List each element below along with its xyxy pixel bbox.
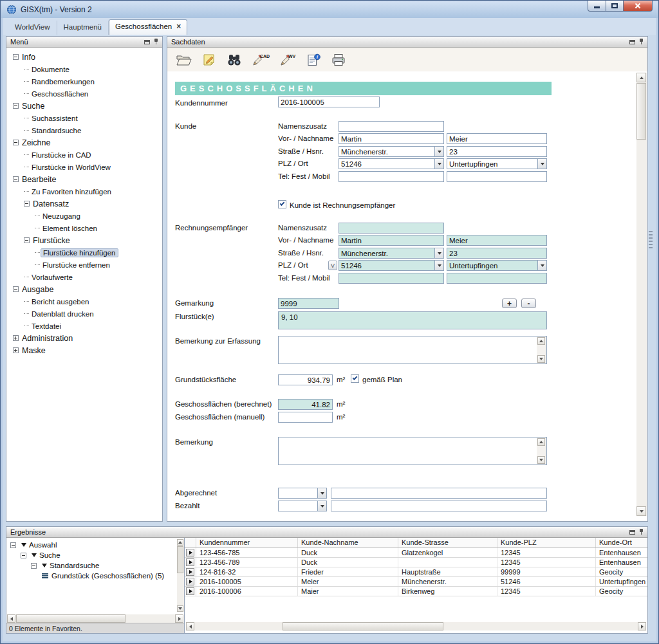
undock-icon[interactable]	[144, 40, 150, 44]
rechnung-hsnr-input[interactable]	[447, 248, 547, 259]
collapse-icon[interactable]	[13, 54, 19, 60]
vertical-scrollbar[interactable]	[636, 73, 647, 516]
pin-icon[interactable]	[638, 529, 644, 535]
results-tree-item-grundstueck[interactable]: Grundstück (Geschossflächen) (5)	[6, 571, 184, 581]
header-kunde-ort[interactable]: Kunde-Ort	[596, 538, 647, 547]
scroll-right-button[interactable]	[175, 614, 183, 623]
textarea-scrollbar[interactable]	[537, 437, 546, 465]
menu-item-info[interactable]: Info	[6, 51, 162, 63]
rechnung-ort-input[interactable]	[447, 260, 547, 271]
tab-worldview[interactable]: WorldView	[8, 21, 57, 35]
scroll-up-button[interactable]	[537, 337, 545, 345]
menu-item-element-loeschen[interactable]: Element löschen	[6, 222, 162, 234]
table-row[interactable]: 123-456-789 Duck 12345 Entenhausen	[185, 558, 647, 567]
menu-item-flurstuecke-in-worldview[interactable]: Flurstücke in WorldView	[6, 161, 162, 173]
open-folder-icon[interactable]	[175, 52, 193, 68]
menu-item-dokumente[interactable]: Dokumente	[6, 63, 162, 75]
scrollbar-thumb[interactable]	[283, 622, 443, 630]
kunde-strasse-dropdown-button[interactable]	[434, 146, 444, 157]
scroll-up-button[interactable]	[636, 73, 646, 82]
draw-cad-icon[interactable]: CAD	[250, 52, 271, 68]
gemarkung-input[interactable]	[278, 298, 339, 309]
menu-item-datenblatt-drucken[interactable]: Datenblatt drucken	[6, 308, 162, 320]
menu-item-flurstuecke[interactable]: Flurstücke	[6, 234, 162, 246]
bezahlt-input[interactable]	[331, 501, 547, 511]
collapse-icon[interactable]	[21, 553, 26, 558]
row-select-button[interactable]	[186, 587, 194, 595]
bezahlt-dropdown-button[interactable]	[317, 501, 327, 511]
results-tree-item-auswahl[interactable]: Auswahl	[6, 540, 184, 550]
menu-item-bearbeite[interactable]: Bearbeite	[6, 173, 162, 185]
textarea-scrollbar[interactable]	[537, 336, 546, 363]
menu-item-geschossflaechen[interactable]: Geschossflächen	[6, 87, 162, 100]
kunde-hsnr-input[interactable]	[447, 146, 547, 157]
maximize-button[interactable]	[606, 1, 624, 12]
tab-close-icon[interactable]: ×	[176, 23, 181, 30]
close-button[interactable]	[624, 1, 653, 12]
rechnungsempfaenger-checkbox[interactable]	[278, 200, 286, 208]
gf-manuell-input[interactable]	[278, 412, 333, 423]
pin-icon[interactable]	[153, 39, 159, 45]
menu-item-standardsuche[interactable]: Standardsuche	[6, 124, 162, 136]
scroll-down-button[interactable]	[177, 605, 183, 612]
menu-item-randbemerkungen[interactable]: Randbemerkungen	[6, 75, 162, 87]
abgerechnet-dropdown-button[interactable]	[317, 488, 327, 499]
header-kunde-plz[interactable]: Kunde-PLZ	[497, 538, 596, 547]
row-select-button[interactable]	[186, 558, 194, 566]
scroll-up-button[interactable]	[177, 539, 183, 546]
minimize-button[interactable]	[588, 1, 606, 12]
menu-item-flurstuecke-hinzufuegen[interactable]: Flurstücke hinzufügen	[6, 246, 162, 259]
expand-icon[interactable]	[13, 335, 19, 341]
datasheet-info-icon[interactable]: i	[304, 52, 322, 68]
plz-lookup-button[interactable]: V	[328, 261, 337, 270]
rechnung-vorname-input[interactable]	[339, 235, 444, 246]
rechnung-strasse-input[interactable]	[339, 248, 444, 259]
rechnung-ort-dropdown-button[interactable]	[537, 260, 547, 271]
scroll-right-button[interactable]	[638, 622, 646, 630]
gf-berechnet-input[interactable]	[278, 399, 333, 410]
menu-item-vorlaufwerte[interactable]: Vorlaufwerte	[6, 271, 162, 283]
menu-item-suche[interactable]: Suche	[6, 100, 162, 112]
abgerechnet-input[interactable]	[331, 488, 547, 499]
draw-worldview-icon[interactable]: WV	[278, 52, 297, 68]
results-table-hscrollbar[interactable]	[186, 622, 646, 630]
row-select-button[interactable]	[186, 578, 194, 585]
tab-geschossflaechen[interactable]: Geschossflächen ×	[109, 19, 187, 35]
tab-hauptmenu[interactable]: Hauptmenü	[57, 21, 109, 35]
header-kundennummer[interactable]: Kundennummer	[196, 538, 298, 547]
menu-item-administration[interactable]: Administration	[6, 332, 162, 344]
collapse-icon[interactable]	[13, 103, 19, 109]
menu-item-textdatei[interactable]: Textdatei	[6, 320, 162, 332]
titlebar[interactable]: GISX(tm) - Version 2	[1, 1, 658, 18]
menu-item-datensatz[interactable]: Datensatz	[6, 198, 162, 210]
menu-item-zeichne[interactable]: Zeichne	[6, 136, 162, 149]
row-select-button[interactable]	[186, 568, 194, 576]
collapse-icon[interactable]	[24, 201, 30, 207]
row-select-button[interactable]	[186, 549, 194, 557]
search-binoculars-icon[interactable]	[225, 52, 243, 68]
menu-item-zu-favoriten-hinzufuegen[interactable]: Zu Favoriten hinzufügen	[6, 185, 162, 198]
note-icon[interactable]	[200, 52, 218, 68]
table-row[interactable]: 123-456-785 Duck Glatzenkogel 12345 Ente…	[185, 548, 647, 558]
header-kunde-nachname[interactable]: Kunde-Nachname	[298, 538, 398, 547]
menu-item-flurstuecke-entfernen[interactable]: Flurstücke entfernen	[6, 259, 162, 271]
menu-item-ausgabe[interactable]: Ausgabe	[6, 283, 162, 295]
expand-icon[interactable]	[13, 347, 19, 353]
kunde-vorname-input[interactable]	[339, 133, 444, 144]
kunde-tel-fest-input[interactable]	[339, 171, 444, 182]
kunde-nachname-input[interactable]	[447, 133, 547, 144]
collapse-icon[interactable]	[10, 542, 16, 548]
scroll-down-button[interactable]	[537, 456, 545, 464]
pin-icon[interactable]	[638, 39, 644, 45]
scrollbar-thumb[interactable]	[177, 546, 183, 573]
menu-item-bericht-ausgeben[interactable]: Bericht ausgeben	[6, 295, 162, 308]
scrollbar-thumb[interactable]	[636, 83, 646, 140]
rechnung-plz-dropdown-button[interactable]	[434, 260, 444, 271]
kunde-plz-input[interactable]	[339, 158, 444, 169]
results-tree-hscrollbar[interactable]	[7, 614, 183, 623]
bemerkung-textarea[interactable]	[278, 437, 547, 465]
kundennummer-input[interactable]	[278, 97, 380, 107]
header-kunde-strasse[interactable]: Kunde-Strasse	[398, 538, 497, 547]
menu-item-flurstuecke-in-cad[interactable]: Flurstücke in CAD	[6, 149, 162, 161]
bemerkung-erfassung-textarea[interactable]	[278, 336, 547, 364]
